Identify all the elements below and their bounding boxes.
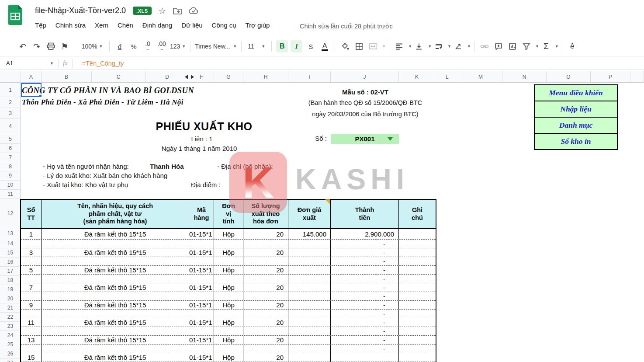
cell-qty-r12[interactable]: 20 xyxy=(243,336,288,344)
column-header-J[interactable]: J xyxy=(331,71,399,83)
cell-price-r3[interactable] xyxy=(288,257,331,265)
decrease-decimal-button[interactable]: .0← xyxy=(142,40,153,52)
cell-price-r13[interactable] xyxy=(288,345,331,353)
column-header-partial[interactable] xyxy=(630,71,644,83)
cell-stt-r13[interactable] xyxy=(21,345,42,353)
cell-qty-r8[interactable]: 20 xyxy=(243,301,288,309)
cell-code-r2[interactable]: 01-15*1 xyxy=(189,248,214,257)
cell-price-r0[interactable]: 145.000 xyxy=(288,229,331,239)
receiver-name-cell[interactable]: Thanh Hóa xyxy=(150,163,184,170)
cell-amount-r7[interactable]: - xyxy=(331,292,399,300)
cell-name-r4[interactable]: Đá răm kết thô 15*15 xyxy=(42,266,189,274)
menu-chinh-sua[interactable]: Chỉnh sửa xyxy=(55,21,86,29)
column-header-N[interactable]: N xyxy=(502,71,547,83)
cell-name-r12[interactable]: Đá răm kết thô 15*15 xyxy=(42,336,189,344)
row-header-18[interactable]: 18 xyxy=(0,276,21,285)
row-header-13[interactable]: 13 xyxy=(0,228,21,239)
cell-amount-r3[interactable]: - xyxy=(331,257,399,265)
menu-xem[interactable]: Xem xyxy=(95,21,108,29)
move-folder-icon[interactable] xyxy=(173,7,182,14)
cell-code-r12[interactable]: 01-15*1 xyxy=(189,336,214,344)
cell-unit-r14[interactable]: Hộp xyxy=(214,353,243,362)
voucher-dropdown-icon[interactable] xyxy=(388,137,393,141)
cell-amount-r11[interactable]: - xyxy=(331,327,399,335)
row-header-5[interactable]: 5 xyxy=(0,134,21,144)
cell-qty-r13[interactable] xyxy=(243,345,288,353)
cell-qty-r3[interactable] xyxy=(243,257,288,265)
menu-tro-giup[interactable]: Trợ giúp xyxy=(245,21,270,29)
cell-amount-r10[interactable]: - xyxy=(331,318,399,327)
font-family-select[interactable]: Times New...▼ xyxy=(195,40,237,52)
document-heading[interactable]: PHIẾU XUẤT KHO xyxy=(128,120,280,133)
fill-handle[interactable] xyxy=(39,94,42,97)
cell-amount-r6[interactable]: - xyxy=(331,283,399,292)
company-name-cell[interactable]: CÔNG TY CỔ PHẦN IN VÀ BAO BÌ GOLDSUN xyxy=(22,86,194,95)
cell-note-r7[interactable] xyxy=(399,292,436,300)
print-icon[interactable] xyxy=(45,40,56,52)
column-header-K[interactable]: K xyxy=(399,71,435,83)
cell-amount-r12[interactable]: - xyxy=(331,336,399,344)
cell-amount-r13[interactable]: - xyxy=(331,345,399,353)
insert-comment-icon[interactable] xyxy=(493,40,504,52)
menu-chen[interactable]: Chèn xyxy=(118,21,133,29)
cell-price-r1[interactable] xyxy=(288,240,331,248)
row-header-17[interactable]: 17 xyxy=(0,267,21,276)
cell-unit-r1[interactable] xyxy=(214,240,243,248)
form-decree-line1[interactable]: (Ban hành theo QĐ số 15/2006/QĐ-BTC xyxy=(291,99,440,106)
cell-price-r11[interactable] xyxy=(288,327,331,335)
row-header-1[interactable]: 1 xyxy=(0,83,21,97)
cell-code-r14[interactable]: 01-15*1 xyxy=(189,353,214,362)
cell-code-r9[interactable] xyxy=(189,310,214,318)
button-danh-muc[interactable]: Danh mục xyxy=(534,117,618,134)
vertical-align-caret[interactable]: ▼ xyxy=(428,44,432,49)
row-header-2[interactable]: 2 xyxy=(0,97,21,108)
cell-note-r2[interactable] xyxy=(399,248,436,257)
cell-unit-r5[interactable] xyxy=(214,275,243,283)
text-color-button[interactable]: A xyxy=(319,40,330,52)
cell-code-r4[interactable]: 01-15*1 xyxy=(189,266,214,274)
currency-format-button[interactable]: đ xyxy=(114,40,125,52)
cell-price-r14[interactable] xyxy=(288,353,331,362)
warehouse-cell[interactable]: - Xuất tại kho: Kho vật tư phụ xyxy=(43,181,128,188)
cell-amount-r8[interactable]: - xyxy=(331,301,399,309)
column-header-H[interactable]: H xyxy=(243,71,288,83)
cell-stt-r5[interactable] xyxy=(21,275,42,283)
date-cell[interactable]: Ngày 1 tháng 1 năm 2010 xyxy=(156,145,243,152)
cell-note-r13[interactable] xyxy=(399,345,436,353)
cell-price-r12[interactable] xyxy=(288,336,331,344)
cloud-status-icon[interactable] xyxy=(189,7,198,14)
cell-stt-r8[interactable]: 9 xyxy=(21,301,42,309)
bold-button[interactable]: B xyxy=(276,40,288,52)
text-wrap-caret[interactable]: ▼ xyxy=(447,44,451,49)
cell-name-r10[interactable]: Đá răm kết thô 15*15 xyxy=(42,318,189,327)
cell-unit-r12[interactable]: Hộp xyxy=(214,336,243,344)
cell-stt-r10[interactable]: 11 xyxy=(21,318,42,327)
row-header-27[interactable]: 27 xyxy=(0,359,21,362)
sheets-logo-icon[interactable] xyxy=(7,4,24,25)
form-number-cell[interactable]: Mẫu số : 02-VT xyxy=(306,88,424,96)
cell-amount-r9[interactable]: - xyxy=(331,310,399,318)
cell-price-r8[interactable] xyxy=(288,301,331,309)
column-header-A[interactable]: A xyxy=(21,71,42,83)
cell-unit-r10[interactable]: Hộp xyxy=(214,318,243,327)
row-header-11[interactable]: 11 xyxy=(0,190,21,199)
italic-button[interactable]: I xyxy=(291,40,302,52)
button-so-kho-in[interactable]: Sổ kho in xyxy=(534,133,618,150)
last-edit-link[interactable]: Chỉnh sửa lần cuối 28 phút trước xyxy=(300,23,393,30)
menu-dinh-dang[interactable]: Định dạng xyxy=(142,21,172,29)
row-header-19[interactable]: 19 xyxy=(0,285,21,294)
star-icon[interactable]: ☆ xyxy=(159,7,166,15)
cell-price-r4[interactable] xyxy=(288,266,331,274)
cell-price-r10[interactable] xyxy=(288,318,331,327)
menu-tep[interactable]: Tệp xyxy=(35,21,46,29)
row-header-12[interactable]: 12 xyxy=(0,199,21,228)
cell-stt-r3[interactable] xyxy=(21,257,42,265)
zoom-select[interactable]: 100%▼ xyxy=(80,40,105,52)
percent-format-button[interactable]: % xyxy=(128,40,139,52)
cell-note-r3[interactable] xyxy=(399,257,436,265)
cell-qty-r9[interactable] xyxy=(243,310,288,318)
company-address-cell[interactable]: Thôn Phú Diễn - Xã Phú Diễn - Từ Liêm - … xyxy=(22,98,184,107)
cell-note-r4[interactable] xyxy=(399,266,436,274)
row-header-4[interactable]: 4 xyxy=(0,119,21,134)
borders-icon[interactable] xyxy=(353,40,365,52)
